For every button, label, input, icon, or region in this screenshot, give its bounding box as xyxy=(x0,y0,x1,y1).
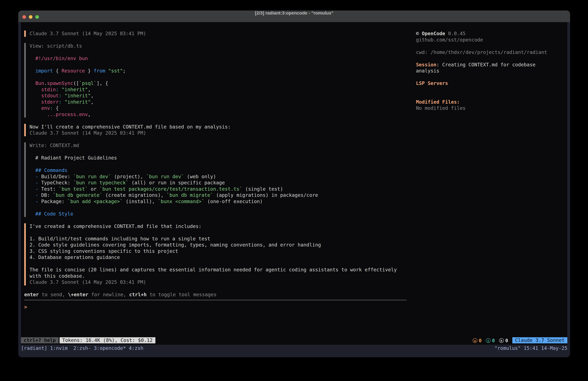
keybinding-help: enter to send, \+enter for newline, ctrl… xyxy=(24,291,407,298)
macos-window: [2/3] radiant:3:opencode - "romulus" Cla… xyxy=(18,10,570,357)
terminal-line xyxy=(30,204,407,211)
terminal-line xyxy=(416,43,566,49)
terminal-line: github.com/sst/opencode xyxy=(416,37,566,43)
terminal-line: - DB: `bun db generate` (create migratio… xyxy=(30,192,407,198)
terminal-line: - Build/Dev: `bun run dev` (project), `b… xyxy=(30,174,407,180)
tool-block: Write: CONTEXT.md # Radiant Project Guid… xyxy=(24,142,407,217)
i-diagnostic-icon: i0 xyxy=(486,338,495,343)
tokens-cost-chip: Tokens: 16.4K (8%), Cost: $0.12 xyxy=(60,337,155,343)
terminal-line: analysis xyxy=(416,68,566,74)
terminal-line: Session: Creating CONTEXT.md for codebas… xyxy=(416,62,566,68)
terminal-line xyxy=(30,261,407,267)
terminal-line: Modified Files: xyxy=(416,99,566,105)
terminal-line: Write: CONTEXT.md xyxy=(30,142,407,149)
terminal-line: #!/usr/bin/env bun xyxy=(30,55,407,62)
window-title: [2/3] radiant:3:opencode - "romulus" xyxy=(50,10,538,22)
terminal-line: stderr: "inherit", xyxy=(30,99,407,105)
h-diagnostic-icon: h0 xyxy=(499,338,508,343)
terminal-line: Claude 3.7 Sonnet (14 May 2025 03:41 PM) xyxy=(30,30,407,37)
tmux-statusbar: [radiant] 1:nvim 2:zsh- 3:opencode* 4:zs… xyxy=(21,345,567,351)
model-badge: Claude 3.7 Sonnet xyxy=(512,337,567,343)
terminal-line xyxy=(30,49,407,56)
terminal-line: 3. CSS styling conventions specific to t… xyxy=(30,248,407,254)
terminal-line: ...process.env, xyxy=(30,112,407,118)
terminal-line: # Radiant Project Guidelines xyxy=(30,155,407,161)
message-block: Claude 3.7 Sonnet (14 May 2025 03:41 PM) xyxy=(24,30,407,37)
terminal-line: Bun.spawnSync([`psql`], { xyxy=(30,80,407,87)
diagnostic-indicators: w0i0h0 xyxy=(473,337,512,343)
close-button[interactable] xyxy=(22,15,26,19)
terminal-line: The file is concise (20 lines) and captu… xyxy=(30,267,407,273)
input-area: enter to send, \+enter for newline, ctrl… xyxy=(24,291,407,339)
window-titlebar: [2/3] radiant:3:opencode - "romulus" xyxy=(18,10,570,22)
chat-transcript: Claude 3.7 Sonnet (14 May 2025 03:41 PM)… xyxy=(24,30,407,285)
terminal-line: No modified files xyxy=(416,105,566,112)
terminal-line: stdout: "inherit", xyxy=(30,93,407,99)
terminal-line: Now I'll create a comprehensive CONTEXT.… xyxy=(30,124,407,130)
terminal-line: cwd: /home/thdxr/dev/projects/radiant/ra… xyxy=(416,49,566,56)
prompt-marker: > xyxy=(24,304,407,310)
opencode-sidebar: © OpenCode 0.0.45github.com/sst/opencode… xyxy=(416,30,566,112)
terminal-line: Claude 3.7 Sonnet (14 May 2025 03:41 PM) xyxy=(30,130,407,136)
message-block: Now I'll create a comprehensive CONTEXT.… xyxy=(24,124,407,136)
terminal-line: env: { xyxy=(30,105,407,112)
terminal-line: - Package: `bun add <package>` (install)… xyxy=(30,198,407,205)
terminal-line: © OpenCode 0.0.45 xyxy=(416,30,566,37)
chat-column: Claude 3.7 Sonnet (14 May 2025 03:41 PM)… xyxy=(24,30,407,339)
terminal-line xyxy=(416,55,566,62)
terminal-line xyxy=(30,74,407,80)
input-divider xyxy=(24,300,407,300)
message-block: I've created a comprehensive CONTEXT.md … xyxy=(24,223,407,285)
terminal-line xyxy=(30,62,407,68)
zoom-button[interactable] xyxy=(35,15,39,19)
tmux-session-clock: "romulus" 15:41 14-May-25 xyxy=(494,345,567,351)
terminal-line xyxy=(30,161,407,167)
terminal-line xyxy=(30,229,407,236)
w-diagnostic-icon: w0 xyxy=(473,338,482,343)
terminal-line: - Test: `bun test` or `bun test packages… xyxy=(30,186,407,192)
terminal-line: Claude 3.7 Sonnet (14 May 2025 03:41 PM) xyxy=(30,279,407,285)
terminal-line: View: script/db.ts xyxy=(30,43,407,49)
terminal-pane: Claude 3.7 Sonnet (14 May 2025 03:41 PM)… xyxy=(21,22,567,345)
terminal-line: with this codebase. xyxy=(30,273,407,279)
terminal-line: LSP Servers xyxy=(416,80,566,87)
terminal-line: 1. Build/lint/test commands including ho… xyxy=(30,236,407,242)
terminal-line: import { Resource } from "sst"; xyxy=(30,68,407,74)
terminal-line: I've created a comprehensive CONTEXT.md … xyxy=(30,223,407,230)
opencode-statusbar: ctrl+? help Tokens: 16.4K (8%), Cost: $0… xyxy=(21,337,567,343)
terminal-line xyxy=(416,87,566,93)
terminal-line xyxy=(30,149,407,155)
terminal-line: 2. Code style guidelines covering import… xyxy=(30,242,407,248)
tool-block: View: script/db.ts #!/usr/bin/env bun im… xyxy=(24,43,407,117)
terminal-line: - TypeCheck: `bun run typecheck` (all) o… xyxy=(30,180,407,186)
help-shortcut-chip: ctrl+? help xyxy=(21,337,59,343)
terminal-line: stdin: "inherit", xyxy=(30,87,407,93)
terminal-line: ## Commands xyxy=(30,167,407,174)
terminal-line: 4. Database operations guidance xyxy=(30,254,407,261)
terminal-line xyxy=(416,93,566,99)
terminal-line: ## Code Style xyxy=(30,211,407,217)
terminal-line xyxy=(416,74,566,80)
minimize-button[interactable] xyxy=(29,15,32,19)
tmux-window-list[interactable]: [radiant] 1:nvim 2:zsh- 3:opencode* 4:zs… xyxy=(21,345,144,351)
message-input-space[interactable] xyxy=(24,310,407,339)
message-input[interactable]: > xyxy=(24,304,407,339)
